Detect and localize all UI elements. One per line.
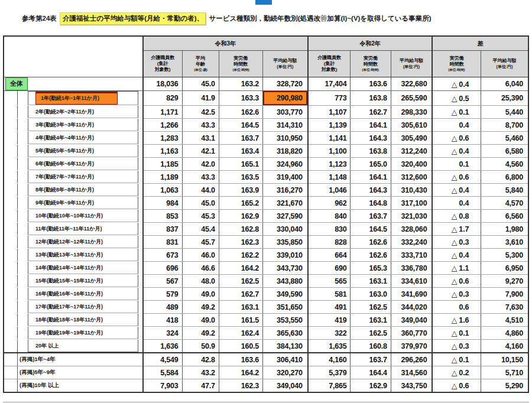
table-row: 2年(勤続2年~2年11か月)1,17142.5162.6303,7701,10… — [4, 106, 528, 119]
table-row: 19年(勤続19年~19年11か月)32449.2162.4365,630322… — [4, 327, 528, 340]
table-row: 20年 以上1,63650.9160.5384,1301,635160.8379… — [4, 340, 528, 353]
value-cell: 163.9 — [219, 184, 262, 197]
value-cell: 829 — [143, 91, 182, 106]
value-cell: 1,171 — [143, 106, 182, 119]
value-cell: 163.3 — [219, 91, 262, 106]
row-label: 16年(勤続16年~16年11か月) — [35, 290, 103, 298]
table-row: (再掲)10年 以上7,90347.7162.3349,0407,865162.… — [4, 379, 528, 393]
group-header-diff: 差 — [432, 36, 528, 51]
value-cell: 581 — [308, 288, 351, 301]
value-cell: 690 — [308, 262, 351, 275]
row-label-highlight-annotation: 1年(勤続1年~1年11か月) — [35, 92, 118, 105]
value-cell: 384,130 — [262, 340, 307, 353]
row-label-cell: 3年(勤続3年~3年11か月) — [4, 119, 143, 132]
corner-cell — [4, 36, 143, 77]
value-cell: 162.3 — [219, 236, 262, 249]
value-cell: 1,980 — [481, 223, 528, 236]
value-cell: 10,150 — [481, 353, 528, 366]
value-cell: 1,100 — [308, 145, 351, 158]
table-number: 参考第24表 — [22, 15, 57, 22]
value-cell: 7,865 — [308, 379, 351, 393]
value-cell: 6,580 — [481, 145, 528, 158]
value-cell: 298,330 — [391, 106, 432, 119]
row-label: 5年(勤続5年~5年11か月) — [35, 147, 94, 155]
value-cell: 418 — [143, 314, 182, 327]
value-cell: 673 — [143, 249, 182, 262]
value-cell: △ 0.4 — [432, 184, 481, 197]
title-rest: サービス種類別，勤続年数別(処遇改善加算(I)~(V)を取得している事業所) — [209, 15, 431, 22]
value-cell: 162.2 — [219, 249, 262, 262]
value-cell: 0.4 — [432, 119, 481, 132]
table-row: 17年(勤続17年~17年11か月)48949.2163.1351,650491… — [4, 301, 528, 314]
value-cell: 163.1 — [351, 275, 391, 288]
value-cell: 4,510 — [481, 314, 528, 327]
value-cell: 164.2 — [219, 262, 262, 275]
value-cell: 1,148 — [308, 171, 351, 184]
value-cell: 310,430 — [391, 184, 432, 197]
value-cell: 4,860 — [481, 327, 528, 340]
blue-marker — [255, 0, 272, 5]
value-cell: 164.3 — [351, 132, 391, 145]
value-cell: △ 0.1 — [432, 106, 481, 119]
table-row: 8年(勤続8年~8年11か月)1,06344.0163.9316,2701,04… — [4, 184, 528, 197]
row-label: 9年(勤続9年~9年11か月) — [35, 199, 94, 207]
value-cell: 43.3 — [182, 119, 219, 132]
value-cell: 321,670 — [262, 197, 307, 210]
group-header-row: 令和3年 令和2年 差 — [4, 36, 528, 51]
value-cell: 4,549 — [143, 353, 182, 366]
value-cell: 163.2 — [219, 77, 262, 91]
value-cell: 853 — [143, 210, 182, 223]
value-cell: △ 0.2 — [432, 366, 481, 379]
value-cell: △ 1.6 — [432, 314, 481, 327]
col-header-staff-count-r3: 介護職員数 (集計 対象数) — [143, 51, 182, 77]
table-row: 16年(勤続16年~16年11か月)57949.0162.7349,590581… — [4, 288, 528, 301]
value-cell: 343,880 — [262, 275, 307, 288]
value-cell: △ 0.6 — [432, 132, 481, 145]
value-cell: 164.2 — [219, 366, 262, 379]
value-cell: △ 0.1 — [432, 353, 481, 366]
value-cell: 41.9 — [182, 91, 219, 106]
value-cell: 334,610 — [391, 275, 432, 288]
row-label-cell: 20年 以上 — [4, 340, 143, 353]
value-cell: 45.0 — [182, 77, 219, 91]
value-cell: 162.6 — [219, 106, 262, 119]
value-cell: △ 0.4 — [432, 145, 481, 158]
title-highlight-annotation: 介護福祉士の平均給与額等(月給・常勤の者)、 — [60, 12, 206, 25]
value-cell: 45.4 — [182, 223, 219, 236]
row-label-cell: 19年(勤続19年~19年11か月) — [4, 327, 143, 340]
value-cell: 5,379 — [308, 366, 351, 379]
value-cell: 47.7 — [182, 379, 219, 393]
value-cell: 7,900 — [481, 288, 528, 301]
value-cell: △ 1.7 — [432, 223, 481, 236]
value-cell: 349,590 — [262, 288, 307, 301]
value-cell: 7,630 — [481, 301, 528, 314]
value-cell: 0.4 — [432, 197, 481, 210]
value-cell: 18,036 — [143, 77, 182, 91]
row-label: (再掲)10年 以上 — [20, 382, 59, 389]
value-cell: 42.0 — [182, 158, 219, 171]
col-header-avg-salary-r3: 平均給与額 (単位:円) — [262, 51, 307, 77]
value-cell: 7,903 — [143, 379, 182, 393]
value-cell: △ 0.6 — [432, 379, 481, 393]
value-cell: △ 0.6 — [432, 275, 481, 288]
value-cell: 163.8 — [351, 145, 391, 158]
value-cell-highlight-annotation: 290,980 — [262, 91, 307, 106]
value-cell: 43.1 — [182, 132, 219, 145]
value-cell: 419 — [308, 314, 351, 327]
row-label: 8年(勤続8年~8年11か月) — [35, 186, 94, 194]
value-cell: 333,710 — [391, 249, 432, 262]
row-label-cell: 8年(勤続8年~8年11か月) — [4, 184, 143, 197]
value-cell: 303,770 — [262, 106, 307, 119]
row-label: 14年(勤続14年~14年11か月) — [35, 264, 103, 272]
table-row: 全体18,03645.0163.2328,72017,404163.6322,6… — [4, 77, 528, 91]
row-label-cell: 14年(勤続14年~14年11か月) — [4, 262, 143, 275]
value-cell: 17,404 — [308, 77, 351, 91]
row-label: 17年(勤続17年~17年11か月) — [35, 303, 103, 311]
row-label-cell: 全体 — [4, 77, 143, 91]
value-cell: 46.6 — [182, 262, 219, 275]
value-cell: 312,240 — [391, 145, 432, 158]
col-header-work-hours-diff: 実労働 時間数 (単位:時間) — [432, 51, 481, 77]
value-cell: 1,046 — [308, 184, 351, 197]
value-cell: 351,650 — [262, 301, 307, 314]
table-row: 15年(勤続15年~15年11か月)56748.0162.5343,880565… — [4, 275, 528, 288]
